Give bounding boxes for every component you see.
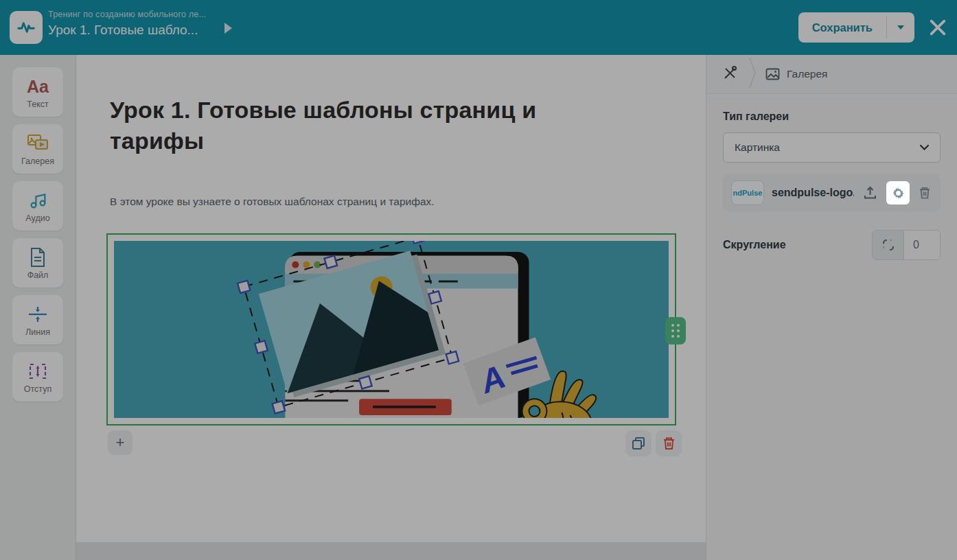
course-title[interactable]: Тренинг по созданию мобильного ле... — [48, 10, 206, 19]
radius-setting-row: Скругление — [723, 230, 941, 260]
builder-tools-icon[interactable] — [722, 65, 738, 84]
block-actions — [625, 430, 682, 456]
gallery-file-row[interactable]: ndPulse sendpulse-logo.png — [723, 174, 941, 212]
image-icon — [765, 68, 780, 80]
sidebar-item-line[interactable]: Линия — [12, 295, 63, 345]
radius-control — [872, 230, 941, 260]
close-editor-button[interactable] — [928, 18, 947, 37]
breadcrumb-separator — [749, 57, 756, 91]
lesson-canvas: Урок 1. Готовые шаблоны страниц и тарифы… — [76, 55, 706, 560]
gallery-icon — [27, 132, 49, 155]
file-name: sendpulse-logo.png — [772, 187, 854, 199]
trash-icon — [919, 186, 931, 200]
sidebar-item-text[interactable]: Aa Текст — [12, 67, 63, 117]
panel-header-label: Галерея — [787, 68, 827, 80]
gallery-image-block-selected[interactable]: A — [106, 233, 676, 425]
sidebar-item-gallery[interactable]: Галерея — [12, 124, 63, 174]
delete-block-button[interactable] — [656, 430, 682, 456]
close-icon — [928, 18, 947, 37]
app-logo[interactable] — [10, 11, 43, 44]
gallery-type-select[interactable]: Картинка — [723, 132, 941, 163]
line-icon — [27, 303, 48, 326]
lesson-paragraph[interactable]: В этом уроке вы узнаете о готовых шаблон… — [110, 196, 435, 208]
lesson-illustration: A — [114, 241, 669, 418]
gallery-type-label: Тип галереи — [723, 110, 941, 123]
duplicate-block-button[interactable] — [625, 430, 652, 456]
panel-breadcrumb-gallery[interactable]: Галерея — [765, 68, 827, 80]
sidebar-item-spacing[interactable]: Отступ — [12, 352, 63, 401]
save-dropdown-caret-icon[interactable] — [887, 12, 914, 43]
chevron-down-icon — [920, 145, 929, 150]
gallery-type-value: Картинка — [735, 141, 780, 154]
pulse-icon — [16, 17, 36, 38]
trash-icon — [662, 436, 676, 450]
gear-icon — [891, 186, 906, 200]
radius-input[interactable] — [904, 231, 940, 259]
image-settings-button-highlighted[interactable] — [886, 181, 910, 205]
panel-header: Галерея — [706, 55, 957, 94]
lesson-title[interactable]: Урок 1. Готовые шабло... — [48, 23, 206, 38]
audio-note-icon — [28, 189, 47, 212]
file-thumbnail: ndPulse — [731, 180, 764, 205]
corner-radius-toggle[interactable] — [873, 231, 904, 259]
save-button[interactable]: Сохранить — [798, 12, 914, 43]
lesson-sheet: Урок 1. Готовые шаблоны страниц и тарифы… — [76, 55, 706, 542]
expand-breadcrumb-arrow-icon[interactable] — [224, 23, 233, 36]
settings-panel: Галерея Тип галереи Картинка ndPulse sen… — [706, 55, 957, 560]
breadcrumb: Тренинг по созданию мобильного ле... Уро… — [48, 10, 206, 38]
upload-image-button[interactable] — [862, 185, 879, 202]
delete-image-button[interactable] — [917, 185, 932, 201]
text-aa-icon: Aa — [27, 75, 49, 98]
upload-icon — [863, 186, 877, 200]
spacing-icon — [27, 360, 48, 383]
copy-icon — [632, 436, 645, 450]
lesson-heading[interactable]: Урок 1. Готовые шаблоны страниц и тарифы — [110, 95, 590, 156]
sidebar-item-audio[interactable]: Аудио — [12, 181, 63, 231]
topbar: Тренинг по созданию мобильного ле... Уро… — [0, 0, 957, 55]
panel-body: Тип галереи Картинка ndPulse sendpulse-l… — [706, 94, 957, 277]
radius-label: Скругление — [723, 239, 786, 251]
thumbnail-logo-text: ndPulse — [733, 189, 763, 197]
blocks-sidebar: Aa Текст Галерея Аудио — [0, 55, 76, 560]
add-block-button[interactable]: + — [108, 430, 132, 455]
save-button-label: Сохранить — [798, 12, 886, 43]
sidebar-item-file[interactable]: Файл — [12, 238, 63, 288]
block-drag-handle[interactable] — [665, 317, 686, 345]
file-icon — [29, 246, 47, 269]
corner-radius-icon — [881, 238, 895, 252]
